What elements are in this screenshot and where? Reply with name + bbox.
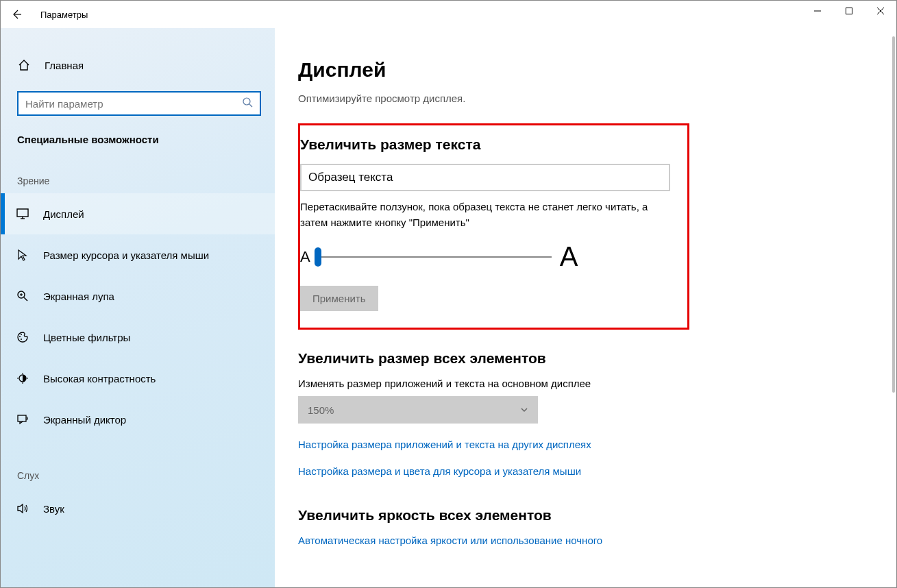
dropdown-value: 150% [308, 404, 334, 416]
svg-point-15 [21, 339, 22, 340]
scale-dropdown[interactable]: 150% [298, 396, 538, 424]
section-heading: Увеличить яркость всех элементов [298, 507, 896, 524]
narrator-icon [16, 413, 29, 426]
sidebar-section-title: Специальные возможности [1, 116, 275, 145]
everything-bigger-section: Увеличить размер всех элементов Изменять… [298, 350, 896, 477]
contrast-icon [16, 371, 29, 385]
link-other-displays[interactable]: Настройка размера приложений и текста на… [298, 439, 896, 450]
sidebar-item-narrator[interactable]: Экранный диктор [1, 399, 275, 440]
slider-min-label: A [300, 248, 310, 266]
svg-line-5 [249, 104, 252, 107]
sidebar-item-label: Размер курсора и указателя мыши [43, 249, 209, 261]
close-icon [877, 8, 884, 14]
sidebar-item-label: Дисплей [43, 208, 84, 220]
minimize-button[interactable] [802, 1, 833, 21]
sidebar-item-label: Экранный диктор [43, 414, 126, 426]
chevron-down-icon [520, 404, 528, 416]
page-subtitle: Оптимизируйте просмотр дисплея. [298, 93, 896, 104]
sidebar-item-label: Экранная лупа [43, 291, 114, 302]
sidebar-item-label: Цветные фильтры [43, 332, 130, 343]
section-heading: Увеличить размер текста [300, 136, 674, 153]
monitor-icon [16, 207, 29, 221]
back-button[interactable] [1, 1, 32, 28]
svg-point-14 [21, 334, 22, 335]
search-input[interactable] [17, 91, 261, 116]
link-cursor-settings[interactable]: Настройка размера и цвета для курсора и … [298, 465, 896, 477]
maximize-icon [846, 8, 852, 14]
section-heading: Увеличить размер всех элементов [298, 350, 896, 367]
sidebar-item-magnifier[interactable]: Экранная лупа [1, 275, 275, 317]
text-size-section: Увеличить размер текста Образец текста П… [298, 123, 689, 330]
sidebar-item-display[interactable]: Дисплей [1, 193, 275, 234]
sidebar-item-label: Звук [43, 503, 64, 515]
sidebar-item-highcontrast[interactable]: Высокая контрастность [1, 358, 275, 399]
scrollbar-thumb[interactable] [892, 36, 895, 393]
slider-max-label: A [560, 241, 578, 272]
sidebar-group-vision: Зрение [1, 145, 275, 193]
sample-text-box: Образец текста [300, 164, 670, 191]
text-size-slider[interactable]: A A [300, 241, 674, 272]
slider-track[interactable] [315, 249, 552, 265]
apply-button[interactable]: Применить [300, 286, 378, 311]
svg-rect-21 [18, 415, 26, 421]
maximize-button[interactable] [833, 1, 865, 21]
sidebar-item-audio[interactable]: Звук [1, 488, 275, 529]
page-title: Дисплей [298, 58, 896, 82]
speaker-icon [16, 502, 29, 515]
section-description: Перетаскивайте ползунок, пока образец те… [300, 199, 670, 230]
search-icon [242, 97, 253, 110]
svg-point-13 [19, 336, 21, 337]
magnifier-icon [16, 289, 29, 303]
search-field[interactable] [25, 98, 242, 110]
sidebar-item-cursor[interactable]: Размер курсора и указателя мыши [1, 234, 275, 275]
sidebar-item-home[interactable]: Главная [1, 49, 275, 82]
svg-rect-6 [17, 209, 28, 217]
sidebar-group-hearing: Слух [1, 440, 275, 488]
settings-window: Параметры Главная Сп [0, 0, 897, 588]
arrow-left-icon [11, 9, 22, 20]
minimize-icon [814, 8, 821, 14]
titlebar: Параметры [1, 1, 896, 28]
sidebar-item-label: Высокая контрастность [43, 373, 156, 384]
cursor-icon [16, 248, 29, 262]
svg-point-4 [243, 98, 250, 105]
palette-icon [16, 330, 29, 344]
window-title: Параметры [32, 10, 88, 20]
slider-thumb[interactable] [315, 247, 321, 267]
close-button[interactable] [865, 1, 896, 21]
sidebar-item-colorfilters[interactable]: Цветные фильтры [1, 317, 275, 358]
sidebar-item-label: Главная [45, 60, 84, 71]
content-area: Дисплей Оптимизируйте просмотр дисплея. … [275, 28, 896, 587]
sidebar: Главная Специальные возможности Зрение Д… [1, 28, 275, 587]
brightness-section: Увеличить яркость всех элементов Автомат… [298, 507, 896, 546]
home-icon [17, 58, 31, 72]
link-brightness[interactable]: Автоматическая настройка яркости или исп… [298, 535, 896, 546]
svg-rect-1 [846, 8, 852, 14]
scale-label: Изменять размер приложений и текста на о… [298, 378, 896, 389]
scrollbar[interactable] [887, 36, 896, 580]
svg-line-10 [24, 297, 27, 301]
